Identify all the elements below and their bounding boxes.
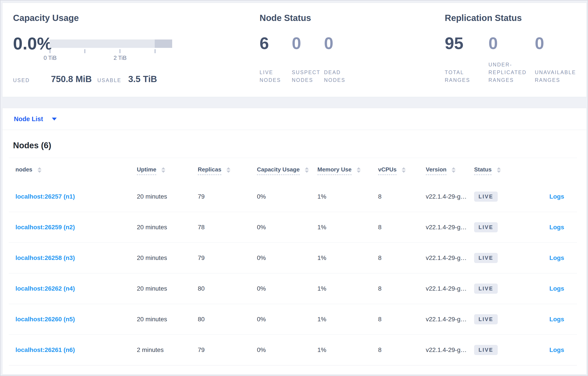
column-header-memory-use[interactable]: Memory Use — [317, 158, 378, 181]
status-badge: LIVE — [474, 283, 498, 294]
column-header-capacity-usage[interactable]: Capacity Usage — [257, 158, 317, 181]
sort-icon — [38, 167, 42, 173]
axis-tick — [120, 49, 120, 53]
capacity-cell: 0% — [257, 273, 317, 304]
capacity-cell: 0% — [257, 181, 317, 212]
axis-tick — [155, 49, 155, 53]
uptime-cell: 20 minutes — [137, 212, 198, 243]
version-text: v22.1.4-29-g… — [426, 346, 474, 354]
node-list-dropdown[interactable]: Node List — [2, 108, 587, 130]
column-header-vcpus[interactable]: vCPUs — [378, 158, 426, 181]
column-header-label: Status — [474, 166, 492, 175]
replicas-cell: 80 — [198, 304, 257, 335]
logs-link[interactable]: Logs — [549, 254, 564, 261]
column-header-status[interactable]: Status — [474, 158, 527, 181]
usable-label: USABLE — [97, 77, 128, 84]
axis-tick — [50, 49, 50, 53]
logs-link[interactable]: Logs — [549, 316, 564, 323]
logs-link[interactable]: Logs — [549, 285, 564, 292]
column-header-label: nodes — [15, 166, 32, 173]
logs-link[interactable]: Logs — [549, 224, 564, 230]
replicas-cell: 79 — [198, 243, 257, 273]
vcpus-cell: 8 — [378, 212, 426, 243]
dead-nodes-label: DEAD NODES — [324, 69, 356, 84]
replicas-cell: 80 — [198, 273, 257, 304]
vcpus-cell: 8 — [378, 335, 426, 366]
column-header-replicas[interactable]: Replicas — [198, 158, 257, 181]
sort-icon — [402, 167, 406, 173]
replication-status-section: Replication Status 95 TOTAL RANGES 0 UND… — [445, 13, 586, 84]
table-row: localhost:26258 (n3) 20 minutes 79 0% 1%… — [9, 243, 577, 273]
vcpus-cell: 8 — [378, 181, 426, 212]
column-header-nodes[interactable]: nodes — [9, 158, 137, 181]
status-cell: LIVE — [474, 304, 527, 335]
node-link[interactable]: localhost:26260 (n5) — [15, 316, 75, 323]
status-badge: LIVE — [474, 345, 498, 355]
column-header-label: Capacity Usage — [257, 166, 300, 175]
version-text: v22.1.4-29-g… — [426, 224, 474, 231]
under-replicated-ranges-value: 0 — [488, 35, 535, 52]
table-row: localhost:26260 (n5) 20 minutes 80 0% 1%… — [9, 304, 577, 335]
version-cell: v22.1.4-29-g… — [426, 335, 474, 366]
vcpus-cell: 8 — [378, 273, 426, 304]
column-header-label: vCPUs — [378, 166, 397, 175]
cluster-stats-panel: Capacity Usage 0.0% 0 TiB 2 TiB USED 7 — [2, 3, 587, 97]
version-text: v22.1.4-29-g… — [426, 285, 474, 292]
node-status-section: Node Status 6 LIVE NODES 0 SUSPECT NODES… — [260, 13, 436, 84]
suspect-nodes-stat: 0 SUSPECT NODES — [292, 35, 324, 84]
axis-tick-label: 2 TiB — [114, 54, 126, 61]
suspect-nodes-value: 0 — [292, 35, 324, 52]
capacity-cell: 0% — [257, 335, 317, 366]
node-link[interactable]: localhost:26258 (n3) — [15, 254, 75, 261]
memory-cell: 1% — [317, 212, 378, 243]
under-replicated-ranges-label: UNDER-REPLICATED RANGES — [488, 61, 535, 84]
capacity-bar-reserved-segment — [155, 40, 172, 48]
capacity-usage-title: Capacity Usage — [13, 13, 247, 23]
status-cell: LIVE — [474, 273, 527, 304]
live-nodes-stat: 6 LIVE NODES — [260, 35, 292, 84]
column-header-uptime[interactable]: Uptime — [137, 158, 198, 181]
node-link[interactable]: localhost:26262 (n4) — [15, 285, 75, 292]
table-row: localhost:26261 (n6) 2 minutes 79 0% 1% … — [9, 335, 577, 366]
version-cell: v22.1.4-29-g… — [426, 243, 474, 273]
logs-link[interactable]: Logs — [549, 193, 564, 200]
status-cell: LIVE — [474, 212, 527, 243]
live-nodes-label: LIVE NODES — [260, 69, 292, 84]
capacity-cell: 0% — [257, 212, 317, 243]
node-link[interactable]: localhost:26259 (n2) — [15, 224, 75, 230]
sort-icon — [305, 167, 309, 173]
sort-icon — [357, 167, 361, 173]
sort-icon — [161, 167, 165, 173]
total-ranges-value: 95 — [445, 35, 488, 52]
column-header-label: Uptime — [137, 166, 156, 175]
node-list-dropdown-label: Node List — [14, 115, 43, 123]
node-link[interactable]: localhost:26261 (n6) — [15, 346, 75, 353]
used-value: 750.8 MiB — [51, 74, 97, 84]
capacity-cell: 0% — [257, 243, 317, 273]
capacity-usage-bar: 0 TiB 2 TiB — [50, 40, 172, 63]
memory-cell: 1% — [317, 273, 378, 304]
table-row: localhost:26257 (n1) 20 minutes 79 0% 1%… — [9, 181, 577, 212]
uptime-cell: 20 minutes — [137, 273, 198, 304]
used-label: USED — [13, 77, 51, 84]
column-header-label: Version — [426, 166, 447, 175]
status-cell: LIVE — [474, 243, 527, 273]
replication-status-title: Replication Status — [445, 13, 586, 23]
node-link[interactable]: localhost:26257 (n1) — [15, 193, 75, 200]
dead-nodes-stat: 0 DEAD NODES — [324, 35, 356, 84]
capacity-cell: 0% — [257, 304, 317, 335]
version-cell: v22.1.4-29-g… — [426, 304, 474, 335]
axis-tick-label: 0 TiB — [43, 54, 56, 61]
replicas-cell: 78 — [198, 212, 257, 243]
node-list-panel: Node List Nodes (6) nodes — [2, 108, 587, 375]
column-header-version[interactable]: Version — [426, 158, 474, 181]
logs-link[interactable]: Logs — [549, 346, 564, 353]
capacity-usage-section: Capacity Usage 0.0% 0 TiB 2 TiB USED 7 — [13, 13, 247, 84]
uptime-cell: 20 minutes — [137, 181, 198, 212]
sort-icon — [497, 167, 501, 173]
table-header-row: nodes Uptime Replicas Capacity Usag — [9, 158, 577, 181]
memory-cell: 1% — [317, 243, 378, 273]
capacity-usage-legend: USED 750.8 MiB USABLE 3.5 TiB — [13, 74, 247, 84]
version-cell: v22.1.4-29-g… — [426, 181, 474, 212]
nodes-table-title: Nodes (6) — [13, 139, 577, 152]
